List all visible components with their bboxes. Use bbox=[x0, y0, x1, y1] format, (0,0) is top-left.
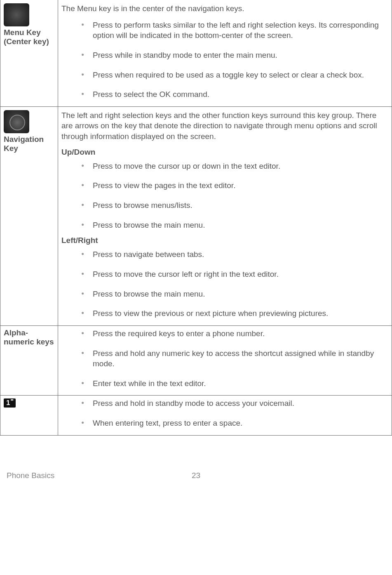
key-1-icon: 1ᵒᵒ bbox=[4, 398, 16, 408]
key-label-cell: Menu Key (Center key) bbox=[0, 0, 58, 106]
bullet-list: Press the required keys to enter a phone… bbox=[61, 328, 388, 389]
key-label-cell: 1ᵒᵒ bbox=[0, 396, 58, 435]
key-label: Navigation Key bbox=[4, 135, 54, 153]
key-description-cell: The left and right selection keys and th… bbox=[58, 106, 392, 325]
voicemail-icon: ᵒᵒ bbox=[11, 398, 13, 403]
bullet-item: Press to move the cursor up or down in t… bbox=[81, 161, 385, 172]
key-label-cell: Alpha-numeric keys bbox=[0, 325, 58, 396]
bullet-item: Press to navigate between tabs. bbox=[81, 249, 385, 260]
bullet-item: Press while in standby mode to enter the… bbox=[81, 50, 385, 61]
table-row: Alpha-numeric keysPress the required key… bbox=[0, 325, 392, 396]
bullet-item: Enter text while in the text editor. bbox=[81, 378, 385, 389]
bullet-item: Press to browse the main menu. bbox=[81, 220, 385, 231]
footer-page-number: 23 bbox=[192, 471, 200, 479]
bullet-item: Press and hold any numeric key to access… bbox=[81, 348, 385, 369]
bullet-item: Press to view the previous or next pictu… bbox=[81, 308, 385, 319]
bullet-item: Press the required keys to enter a phone… bbox=[81, 328, 385, 339]
bullet-list: Press and hold in standby mode to access… bbox=[61, 398, 388, 428]
bullet-item: Press and hold in standby mode to access… bbox=[81, 398, 385, 409]
key-description-cell: The Menu key is in the center of the nav… bbox=[58, 0, 392, 106]
bullet-item: Press when required to be used as a togg… bbox=[81, 70, 385, 80]
key-intro: The left and right selection keys and th… bbox=[61, 110, 388, 142]
key-label-cell: Navigation Key bbox=[0, 106, 58, 325]
table-row: Navigation KeyThe left and right selecti… bbox=[0, 106, 392, 325]
table-row: Menu Key (Center key)The Menu key is in … bbox=[0, 0, 392, 106]
section-heading: Up/Down bbox=[61, 148, 388, 157]
bullet-item: Press to select the OK command. bbox=[81, 89, 385, 100]
menu-key-icon bbox=[4, 3, 29, 26]
navigation-key-icon bbox=[4, 110, 29, 133]
key-description-cell: Press the required keys to enter a phone… bbox=[58, 325, 392, 396]
table-row: 1ᵒᵒPress and hold in standby mode to acc… bbox=[0, 396, 392, 435]
key-label: Menu Key (Center key) bbox=[4, 28, 54, 46]
bullet-item: When entering text, press to enter a spa… bbox=[81, 418, 385, 429]
bullet-list: Press to navigate between tabs.Press to … bbox=[61, 249, 388, 319]
key-description-cell: Press and hold in standby mode to access… bbox=[58, 396, 392, 435]
footer-section: Phone Basics bbox=[7, 471, 54, 479]
bullet-item: Press to browse the main menu. bbox=[81, 289, 385, 299]
key-intro: The Menu key is in the center of the nav… bbox=[61, 3, 388, 14]
bullet-item: Press to browse menus/lists. bbox=[81, 200, 385, 211]
page-footer: Phone Basics 23 bbox=[0, 455, 392, 479]
key-1-digit: 1 bbox=[6, 399, 10, 407]
bullet-list: Press to perform tasks similar to the le… bbox=[61, 20, 388, 100]
bullet-item: Press to perform tasks similar to the le… bbox=[81, 20, 385, 41]
section-heading: Left/Right bbox=[61, 236, 388, 245]
bullet-item: Press to move the cursor left or right i… bbox=[81, 269, 385, 280]
keys-table: Menu Key (Center key)The Menu key is in … bbox=[0, 0, 392, 436]
key-label: Alpha-numeric keys bbox=[4, 328, 54, 346]
bullet-list: Press to move the cursor up or down in t… bbox=[61, 161, 388, 231]
bullet-item: Press to view the pages in the text edit… bbox=[81, 180, 385, 191]
